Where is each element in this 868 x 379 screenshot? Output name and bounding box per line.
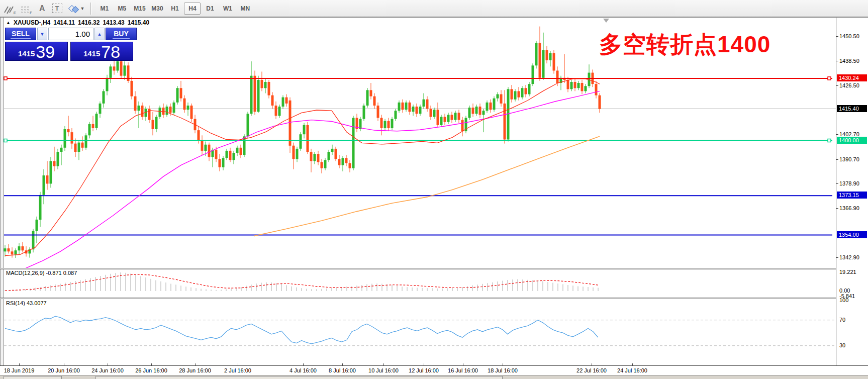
rsi-canvas[interactable] — [0, 299, 836, 365]
time-tick-label: 22 Jul 16:00 — [576, 367, 607, 373]
tf-w1[interactable]: W1 — [219, 3, 236, 15]
symbol-marker-icon: ▲ — [6, 20, 11, 25]
tf-h1[interactable]: H1 — [166, 3, 183, 15]
time-tick-label: 20 Jun 16:00 — [48, 367, 80, 373]
time-tick-label: 2 Jul 16:00 — [224, 367, 251, 373]
time-tick-mark — [151, 363, 152, 366]
price-badge: 1354.00 — [837, 231, 867, 238]
time-tick-label: 24 Jul 16:00 — [617, 367, 647, 373]
ohlc-low: 1413.43 — [103, 19, 124, 26]
chart-shift-marker-icon[interactable] — [603, 19, 609, 23]
grid-icon[interactable]: F — [19, 3, 32, 15]
tf-m15[interactable]: M15 — [131, 3, 148, 15]
volume-input[interactable] — [48, 28, 93, 40]
time-tick-label: 10 Jul 16:00 — [368, 367, 399, 373]
rsi-label: RSI(14) 43.0077 — [6, 300, 47, 306]
tf-m30[interactable]: M30 — [149, 3, 165, 15]
rsi-axis-label: 100 — [839, 297, 848, 303]
price-badge: 1400.00 — [837, 137, 867, 144]
shapes-tool[interactable]: ▼ — [69, 5, 85, 12]
chart-annotation-text: 多空转折点1400 — [599, 29, 770, 60]
ohlc-open: 1414.11 — [53, 19, 75, 26]
time-tick-mark — [64, 363, 64, 366]
bottom-tab-strip — [0, 375, 868, 379]
time-tick-label: 26 Jun 16:00 — [135, 367, 167, 373]
macd-axis-label: 0.00 — [839, 288, 850, 294]
time-tick-label: 12 Jul 16:00 — [409, 367, 439, 373]
mt4-window: E F A T ▼ M1 M5 M15 M30 H1 H4 D1 W1 — [0, 0, 868, 379]
sell-price-stem: 1415 — [18, 49, 35, 58]
time-tick-label: 18 Jun 2019 — [4, 367, 35, 373]
text-label-tool[interactable]: A — [39, 4, 45, 13]
timeframe-bar: M1 M5 M15 M30 H1 H4 D1 W1 MN — [95, 3, 254, 15]
rsi-axis-label: 70 — [839, 317, 845, 323]
time-tick-mark — [238, 363, 238, 366]
time-tick-mark — [503, 363, 503, 366]
toolbar-separator — [90, 3, 91, 15]
ohlc-high: 1416.32 — [78, 19, 100, 26]
price-tick-label: 1450.50 — [839, 33, 859, 39]
sell-button[interactable]: SELL — [5, 28, 36, 40]
time-tick-mark — [632, 363, 633, 366]
chevron-down-icon: ▼ — [80, 6, 85, 11]
bottom-tab[interactable] — [4, 376, 62, 379]
price-tick-label: 1426.50 — [839, 82, 859, 88]
time-tick-mark — [19, 363, 20, 366]
ohlc-close: 1415.40 — [128, 19, 149, 26]
time-axis[interactable]: 18 Jun 201920 Jun 16:0024 Jun 16:0026 Ju… — [0, 365, 868, 375]
tf-m1[interactable]: M1 — [96, 3, 113, 15]
rsi-axis-label: 30 — [839, 342, 845, 348]
chart-ohlc-title: ▲ XAUUSD-,H4 1414.11 1416.32 1413.43 141… — [6, 19, 149, 26]
time-tick-label: 18 Jul 16:00 — [488, 367, 518, 373]
price-tick-label: 1366.90 — [839, 205, 859, 211]
tf-h4-active[interactable]: H4 — [184, 3, 201, 15]
bottom-tab[interactable] — [95, 376, 503, 379]
price-tick-label: 1342.90 — [839, 254, 859, 260]
price-badge: 1415.40 — [837, 105, 867, 112]
time-tick-mark — [463, 363, 463, 366]
price-axis[interactable]: 1450.501438.501426.501402.701390.701378.… — [836, 18, 868, 365]
grid-icon-glyph — [21, 6, 31, 15]
time-tick-mark — [303, 363, 304, 366]
grid-icon-sub: F — [30, 11, 32, 15]
price-tick-label: 1378.90 — [839, 180, 859, 186]
buy-price-stem: 1415 — [83, 49, 100, 58]
price-tick-label: 1438.50 — [839, 58, 859, 64]
sell-quote-tile[interactable]: 1415 39 — [5, 42, 68, 61]
price-badge: 1430.24 — [837, 74, 867, 81]
time-tick-mark — [424, 363, 424, 366]
buy-price-pips: 78 — [101, 44, 120, 59]
tf-mn[interactable]: MN — [237, 3, 253, 15]
time-tick-mark — [592, 363, 592, 366]
price-tick-label: 1390.70 — [839, 156, 859, 162]
toolbar: E F A T ▼ M1 M5 M15 M30 H1 H4 D1 W1 — [0, 0, 868, 17]
buy-button[interactable]: BUY — [106, 28, 137, 40]
indicators-icon-sub: E — [14, 11, 16, 15]
time-tick-label: 24 Jun 16:00 — [91, 367, 124, 373]
time-tick-label: 4 Jul 16:00 — [290, 367, 317, 373]
time-tick-label: 8 Jul 16:00 — [329, 367, 356, 373]
macd-canvas[interactable] — [0, 269, 836, 298]
macd-label: MACD(12,26,9) -0.871 0.087 — [6, 270, 77, 276]
time-tick-mark — [108, 363, 108, 366]
buy-quote-tile[interactable]: 1415 78 — [70, 42, 133, 61]
text-box-tool[interactable]: T — [52, 4, 62, 13]
one-click-trading-panel: SELL ▼ ▲ BUY 1415 39 1415 78 — [5, 28, 137, 61]
time-tick-mark — [195, 363, 196, 366]
indicators-icon[interactable]: E — [3, 3, 16, 15]
time-tick-mark — [342, 363, 343, 366]
price-badge: 1373.15 — [837, 192, 867, 199]
volume-decrease-button[interactable]: ▼ — [37, 28, 47, 40]
time-tick-label: 28 Jun 16:00 — [179, 367, 211, 373]
time-tick-label: 16 Jul 16:00 — [448, 367, 478, 373]
tf-d1[interactable]: D1 — [202, 3, 218, 15]
symbol-name: XAUUSD-,H4 — [14, 19, 50, 26]
tf-m5[interactable]: M5 — [114, 3, 130, 15]
time-tick-mark — [383, 363, 384, 366]
macd-panel-divider[interactable] — [0, 268, 868, 269]
macd-axis-label: 19.221 — [839, 269, 856, 275]
sell-price-pips: 39 — [36, 44, 55, 59]
rsi-panel-divider[interactable] — [0, 298, 868, 299]
volume-increase-button[interactable]: ▲ — [94, 28, 105, 40]
